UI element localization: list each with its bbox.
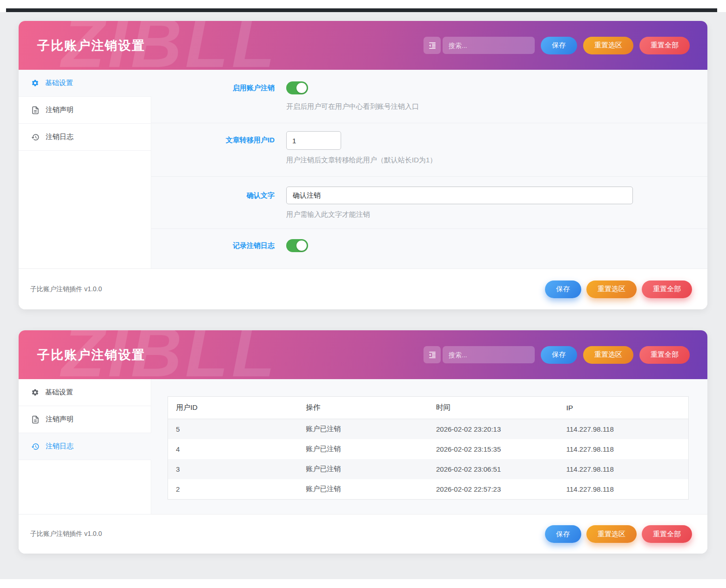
cell-user-id: 3: [168, 459, 298, 479]
sidebar: 基础设置 注销声明 注销日志: [19, 379, 151, 514]
collapse-sidebar-button[interactable]: [424, 37, 441, 54]
reset-all-button[interactable]: 重置全部: [642, 281, 692, 298]
field-row-transfer-user-id: 文章转移用户ID 用户注销后文章转移给此用户（默认站长ID为1）: [151, 123, 707, 177]
reset-section-button[interactable]: 重置选区: [586, 525, 637, 543]
sidebar-item-label: 注销日志: [46, 442, 74, 451]
table-row: 2 账户已注销 2026-02-02 22:57:23 114.227.98.1…: [168, 479, 689, 500]
cell-time: 2026-02-02 22:57:23: [428, 479, 558, 500]
log-table: 用户ID 操作 时间 IP 5 账户已注销 2026-02-02 23:20:1…: [168, 396, 689, 500]
cell-action: 账户已注销: [298, 419, 428, 440]
panel-header: ZIBLL 子比账户注销设置 保存 重置选区 重置全部: [19, 330, 707, 379]
field-label: 记录注销日志: [151, 239, 275, 268]
cell-user-id: 4: [168, 439, 298, 459]
settings-content: 启用账户注销 开启后用户可在用户中心看到账号注销入口 文章转移用户ID 用户注销…: [151, 70, 707, 268]
reset-section-button[interactable]: 重置选区: [586, 281, 637, 298]
history-icon: [31, 133, 40, 141]
cell-time: 2026-02-02 23:15:35: [428, 439, 558, 459]
field-row-confirm-text: 确认文字 用户需输入此文字才能注销: [151, 177, 707, 229]
outdent-icon: [428, 351, 437, 359]
sidebar-item-label: 注销声明: [46, 106, 74, 114]
cell-action: 账户已注销: [298, 479, 428, 500]
reset-section-button[interactable]: 重置选区: [583, 37, 633, 54]
transfer-user-id-input[interactable]: [286, 131, 341, 150]
sidebar-item-logout-statement[interactable]: 注销声明: [19, 406, 151, 433]
field-row-record-log: 记录注销日志: [151, 229, 707, 268]
panel-footer: 子比账户注销插件 v1.0.0 保存 重置选区 重置全部: [19, 514, 707, 554]
field-description: 用户注销后文章转移给此用户（默认站长ID为1）: [286, 156, 689, 165]
cell-action: 账户已注销: [298, 459, 428, 479]
panel-footer: 子比账户注销插件 v1.0.0 保存 重置选区 重置全部: [19, 268, 707, 309]
record-log-toggle[interactable]: [286, 239, 308, 252]
plugin-version-text: 子比账户注销插件 v1.0.0: [30, 285, 102, 294]
table-row: 5 账户已注销 2026-02-02 23:20:13 114.227.98.1…: [168, 419, 689, 440]
document-icon: [31, 415, 40, 424]
collapse-sidebar-button[interactable]: [424, 346, 441, 363]
sidebar-filler: [19, 460, 151, 514]
cell-ip: 114.227.98.118: [558, 479, 689, 500]
search-input[interactable]: [443, 346, 535, 363]
sidebar-item-logout-statement[interactable]: 注销声明: [19, 97, 151, 124]
top-strip: [0, 0, 726, 8]
field-label: 文章转移用户ID: [151, 131, 275, 176]
reset-all-button[interactable]: 重置全部: [639, 37, 690, 54]
settings-panel: ZIBLL 子比账户注销设置 保存 重置选区 重置全部: [19, 21, 707, 309]
sidebar-item-label: 基础设置: [45, 388, 73, 397]
reset-section-button[interactable]: 重置选区: [583, 346, 633, 364]
document-icon: [31, 106, 40, 114]
confirm-text-input[interactable]: [286, 187, 633, 204]
table-header-row: 用户ID 操作 时间 IP: [168, 397, 689, 419]
page-title: 子比账户注销设置: [37, 347, 145, 363]
field-description: 开启后用户可在用户中心看到账号注销入口: [286, 102, 689, 111]
sidebar-item-basic-settings[interactable]: 基础设置: [19, 379, 151, 406]
enable-cancellation-toggle[interactable]: [286, 81, 308, 94]
cell-time: 2026-02-02 23:20:13: [428, 419, 558, 440]
column-header-user-id: 用户ID: [168, 397, 298, 419]
save-button[interactable]: 保存: [545, 281, 581, 298]
reset-all-button[interactable]: 重置全部: [642, 525, 692, 543]
panel-body: 基础设置 注销声明 注销日志: [19, 379, 707, 514]
sidebar-filler: [19, 151, 151, 268]
field-label: 确认文字: [151, 187, 275, 228]
history-icon: [31, 442, 40, 451]
search-input[interactable]: [443, 37, 535, 54]
cell-ip: 114.227.98.118: [558, 439, 689, 459]
panel-header: ZIBLL 子比账户注销设置 保存 重置选区 重置全部: [19, 21, 707, 70]
column-header-action: 操作: [298, 397, 428, 419]
save-button[interactable]: 保存: [541, 37, 577, 54]
table-row: 4 账户已注销 2026-02-02 23:15:35 114.227.98.1…: [168, 439, 689, 459]
page-title: 子比账户注销设置: [37, 37, 145, 54]
panel-body: 基础设置 注销声明 注销日志 启用账户注销: [19, 70, 707, 268]
header-controls: 保存 重置选区 重置全部: [424, 346, 690, 364]
sidebar-item-basic-settings[interactable]: 基础设置: [19, 70, 151, 97]
sidebar: 基础设置 注销声明 注销日志: [19, 70, 151, 268]
reset-all-button[interactable]: 重置全部: [639, 346, 690, 364]
cell-ip: 114.227.98.118: [558, 459, 689, 479]
footer-buttons: 保存 重置选区 重置全部: [545, 525, 692, 543]
header-controls: 保存 重置选区 重置全部: [424, 37, 690, 54]
column-header-time: 时间: [428, 397, 558, 419]
log-content: 用户ID 操作 时间 IP 5 账户已注销 2026-02-02 23:20:1…: [151, 379, 707, 514]
cell-user-id: 2: [168, 479, 298, 500]
cell-time: 2026-02-02 23:06:51: [428, 459, 558, 479]
sidebar-item-logout-log[interactable]: 注销日志: [19, 124, 151, 151]
footer-buttons: 保存 重置选区 重置全部: [545, 281, 692, 298]
sidebar-item-logout-log[interactable]: 注销日志: [19, 433, 151, 460]
page-background: ZIBLL 子比账户注销设置 保存 重置选区 重置全部: [0, 12, 726, 579]
save-button[interactable]: 保存: [545, 525, 581, 543]
gear-icon: [31, 79, 39, 87]
cell-user-id: 5: [168, 419, 298, 440]
plugin-version-text: 子比账户注销插件 v1.0.0: [30, 530, 102, 538]
table-row: 3 账户已注销 2026-02-02 23:06:51 114.227.98.1…: [168, 459, 689, 479]
gear-icon: [31, 388, 39, 396]
field-description: 用户需输入此文字才能注销: [286, 210, 689, 219]
log-panel: ZIBLL 子比账户注销设置 保存 重置选区 重置全部: [19, 330, 707, 554]
outdent-icon: [428, 41, 437, 50]
cell-action: 账户已注销: [298, 439, 428, 459]
cell-ip: 114.227.98.118: [558, 419, 689, 440]
sidebar-item-label: 注销日志: [46, 133, 74, 141]
save-button[interactable]: 保存: [541, 346, 577, 364]
sidebar-item-label: 基础设置: [45, 79, 73, 87]
field-label: 启用账户注销: [151, 81, 275, 123]
sidebar-item-label: 注销声明: [46, 415, 74, 424]
field-row-enable-cancellation: 启用账户注销 开启后用户可在用户中心看到账号注销入口: [151, 70, 707, 123]
